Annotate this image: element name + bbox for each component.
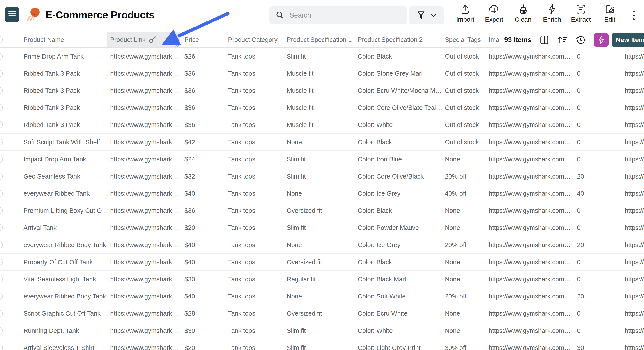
cell-link[interactable]: https://www.gymshark… <box>110 310 184 317</box>
cell-name[interactable]: Arrival Tank <box>24 224 109 231</box>
cell-tags[interactable]: None <box>445 258 488 266</box>
cell-name[interactable]: Geo Seamless Tank <box>24 172 109 180</box>
cell-category[interactable]: Tank tops <box>228 190 285 197</box>
cell-link[interactable]: https://www.gymshark… <box>110 190 184 197</box>
cell-tags[interactable]: Out of stock <box>445 87 488 94</box>
cell-spec1[interactable]: Muscle fit <box>287 104 357 111</box>
cell-count[interactable]: 0 <box>577 327 610 334</box>
cell-spec1[interactable]: None <box>287 241 357 248</box>
cell-image[interactable]: https://www.gymshark.com… <box>489 70 576 77</box>
cell-spec1[interactable]: Oversized fit <box>287 258 357 266</box>
cell-url2[interactable]: https:// <box>625 207 644 214</box>
table-row[interactable]: Ribbed Tank 3 Packhttps://www.gymshark…$… <box>0 65 644 82</box>
cell-tags[interactable]: Out of stock <box>445 138 488 146</box>
cell-count[interactable]: 0 <box>577 104 610 111</box>
cell-name[interactable]: Ribbed Tank 3 Pack <box>24 104 109 111</box>
cell-category[interactable]: Tank tops <box>228 276 285 283</box>
cell-category[interactable]: Tank tops <box>228 224 285 231</box>
cell-link[interactable]: https://www.gymshark… <box>110 104 184 111</box>
kebab-menu-icon[interactable] <box>628 7 639 24</box>
cell-category[interactable]: Tank tops <box>228 70 285 77</box>
column-header-tags[interactable]: Special Tags <box>445 36 481 43</box>
cell-name[interactable]: Property Of Cut Off Tank <box>24 258 109 266</box>
cell-url2[interactable]: https:// <box>625 138 644 146</box>
cell-tags[interactable]: Out of stock <box>445 104 488 111</box>
cell-spec2[interactable]: Color: Ice Grey <box>358 241 444 248</box>
cell-tags[interactable]: None <box>445 207 488 214</box>
cell-spec1[interactable]: Slim fit <box>287 327 357 334</box>
split-columns-icon[interactable] <box>540 35 549 45</box>
cell-tags[interactable]: 20% off <box>445 293 488 300</box>
cell-category[interactable]: Tank tops <box>228 241 285 248</box>
enrich-button[interactable]: Enrich <box>538 4 566 23</box>
column-header-category[interactable]: Product Category <box>228 36 278 43</box>
cell-url2[interactable]: https:// <box>625 87 644 94</box>
table-row[interactable]: Soft Sculpt Tank With Shelfhttps://www.g… <box>0 133 644 151</box>
cell-spec2[interactable]: Color: Soft White <box>358 293 444 300</box>
cell-link[interactable]: https://www.gymshark… <box>110 258 184 266</box>
cell-image[interactable]: https://www.gymshark.com… <box>489 276 576 283</box>
table-row[interactable]: Ribbed Tank 3 Packhttps://www.gymshark…$… <box>0 82 644 99</box>
cell-name[interactable]: everywear Ribbed Tank <box>24 190 109 197</box>
cell-name[interactable]: Ribbed Tank 3 Pack <box>24 70 109 77</box>
table-row[interactable]: Arrival Tankhttps://www.gymshark…$20Tank… <box>0 219 644 236</box>
cell-link[interactable]: https://www.gymshark… <box>110 87 184 94</box>
cell-spec2[interactable]: Color: Ecru White/Mocha M… <box>358 87 444 94</box>
cell-price[interactable]: $28 <box>184 310 217 317</box>
cell-price[interactable]: $36 <box>184 207 217 214</box>
cell-spec1[interactable]: Oversized fit <box>287 310 357 317</box>
cell-image[interactable]: https://www.gymshark.com… <box>489 344 576 350</box>
cell-spec2[interactable]: Color: Iron Blue <box>358 155 444 163</box>
cell-price[interactable]: $30 <box>184 276 217 283</box>
hamburger-menu-button[interactable] <box>4 7 20 22</box>
cell-image[interactable]: https://www.gymshark.com… <box>489 241 576 248</box>
cell-link[interactable]: https://www.gymshark… <box>110 155 184 163</box>
cell-link[interactable]: https://www.gymshark… <box>110 327 184 334</box>
cell-link[interactable]: https://www.gymshark… <box>110 293 184 300</box>
cell-spec1[interactable]: None <box>287 138 357 146</box>
import-button[interactable]: Import <box>451 4 480 23</box>
cell-tags[interactable]: 20% off <box>445 241 488 248</box>
cell-spec2[interactable]: Color: Ecru White <box>358 310 444 317</box>
column-header-name[interactable]: Product Name <box>24 36 64 43</box>
cell-tags[interactable]: None <box>445 224 488 231</box>
cell-image[interactable]: https://www.gymshark.com… <box>489 104 576 111</box>
column-header-link[interactable]: Product Link <box>110 36 157 43</box>
cell-image[interactable]: https://www.gymshark.com… <box>489 310 576 317</box>
cell-name[interactable]: Premium Lifting Boxy Cut O… <box>24 207 109 214</box>
cell-link[interactable]: https://www.gymshark… <box>110 172 184 180</box>
cell-link[interactable]: https://www.gymshark… <box>110 241 184 248</box>
cell-count[interactable]: 0 <box>577 155 610 163</box>
edit-button[interactable]: Edit <box>595 4 624 23</box>
cell-spec1[interactable]: Regular fit <box>287 276 357 283</box>
cell-name[interactable]: everywear Ribbed Body Tank <box>24 241 109 248</box>
cell-count[interactable]: 20 <box>577 241 610 248</box>
cell-spec2[interactable]: Color: Core Olive/Slate Teal… <box>358 104 444 111</box>
cell-spec1[interactable]: Slim fit <box>287 172 357 180</box>
cell-spec2[interactable]: Color: White <box>358 327 444 334</box>
cell-spec2[interactable]: Color: Ice Grey <box>358 190 444 197</box>
cell-image[interactable]: https://www.gymshark.com… <box>489 53 576 60</box>
cell-spec1[interactable]: Slim fit <box>287 224 357 231</box>
cell-tags[interactable]: 30% off <box>445 344 488 350</box>
cell-tags[interactable]: 40% off <box>445 190 488 197</box>
table-row[interactable]: Vital Seamless Light Tankhttps://www.gym… <box>0 271 644 288</box>
cell-spec1[interactable]: Slim fit <box>287 53 357 60</box>
cell-tags[interactable]: None <box>445 310 488 317</box>
cell-category[interactable]: Tank tops <box>228 327 285 334</box>
cell-spec2[interactable]: Color: Stone Grey Marl <box>358 70 444 77</box>
sort-icon[interactable] <box>557 35 567 45</box>
cell-image[interactable]: https://www.gymshark.com… <box>489 224 576 231</box>
column-header-spec1[interactable]: Product Specification 1 <box>287 36 352 43</box>
cell-count[interactable]: 20 <box>577 293 610 300</box>
cell-spec2[interactable]: Color: Core Olive/Black <box>358 172 444 180</box>
cell-spec1[interactable]: Muscle fit <box>287 87 357 94</box>
cell-url2[interactable]: https:// <box>625 310 644 317</box>
table-row[interactable]: everywear Ribbed Body Tankhttps://www.gy… <box>0 236 644 254</box>
cell-link[interactable]: https://www.gymshark… <box>110 344 184 350</box>
table-row[interactable]: Script Graphic Cut Off Tankhttps://www.g… <box>0 305 644 322</box>
cell-url2[interactable]: https:// <box>625 327 644 334</box>
cell-url2[interactable]: https:// <box>625 172 644 180</box>
cell-price[interactable]: $36 <box>184 104 217 111</box>
cell-spec2[interactable]: Color: Powder Mauve <box>358 224 444 231</box>
